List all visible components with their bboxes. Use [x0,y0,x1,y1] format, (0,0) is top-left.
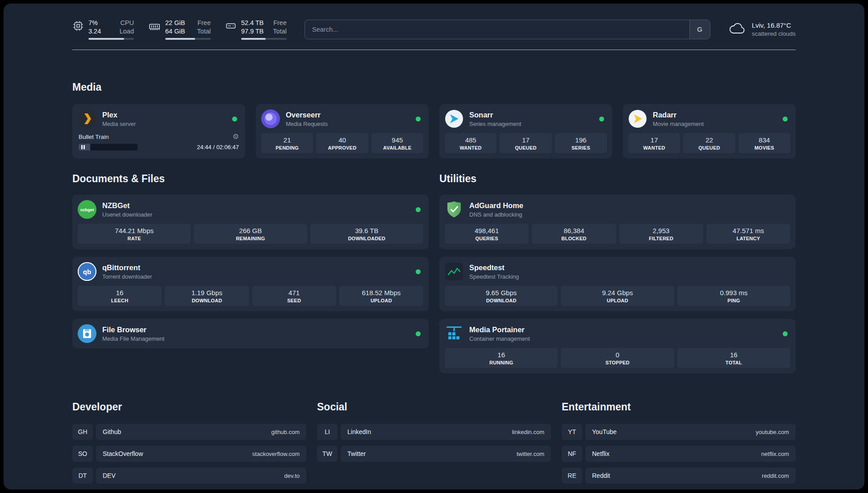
stat-value: 86,384 [534,227,614,234]
service-card-overseerr[interactable]: Overseerr Media Requests 21PENDING 40APP… [256,104,429,159]
bookmark-row-dev[interactable]: DT DEVdev.to [72,468,306,484]
bookmark-row-reddit[interactable]: RE Redditreddit.com [562,468,796,484]
bookmark-abbr: GH [72,424,93,440]
bookmark-row-stackoverflow[interactable]: SO StackOverflowstackoverflow.com [72,446,306,462]
plex-icon [78,109,96,128]
service-card-sonarr[interactable]: Sonarr Series management 485WANTED 17QUE… [439,104,612,159]
service-card-portainer[interactable]: Media Portainer Container management 16R… [439,319,796,373]
service-card-filebrowser[interactable]: File Browser Media File Management [72,319,429,348]
stat-value: 39.6 TB [312,227,421,234]
bookmark-abbr: NF [562,446,582,462]
service-card-qbittorrent[interactable]: qb qBittorrent Torrent downloader 16LEEC… [72,257,429,311]
section-documents: Documents & Files nzbget NZBGet Usenet d… [72,173,429,373]
radarr-icon [628,109,647,128]
weather-widget: Lviv, 16.87°C scattered clouds [728,21,796,37]
stat-download: 1.19 GbpsDOWNLOAD [165,286,249,306]
stat-label: APPROVED [318,145,366,150]
memory-free-label: Free [197,19,211,27]
memory-resource-widget: 22 GiBFree 64 GiBTotal [148,19,211,40]
filebrowser-icon [78,324,96,343]
stat-label: DOWNLOAD [447,298,556,303]
bookmark-url: twitter.com [517,451,544,457]
bookmark-url: netflix.com [761,451,789,457]
service-subtitle: Series management [469,121,593,127]
portainer-icon [445,324,463,343]
stat-label: TOTAL [679,360,789,365]
service-name: Radarr [653,111,777,119]
stat-value: 16 [679,351,789,359]
memory-total-value: 64 GiB [165,27,185,36]
stat-stopped: 0STOPPED [561,348,674,368]
stat-downloaded: 39.6 TBDOWNLOADED [310,224,423,244]
bookmark-url: youtube.com [756,429,789,435]
bookmark-row-linkedin[interactable]: LI LinkedInlinkedin.com [317,424,551,440]
stat-label: QUEUED [501,145,550,150]
bookmark-row-github[interactable]: GH Githubgithub.com [72,424,306,440]
stat-wanted: 485WANTED [445,133,497,153]
bookmark-name: LinkedIn [347,428,371,435]
service-subtitle: Media Requests [286,121,410,127]
service-name: Sonarr [469,111,593,119]
bookmark-group-developer: Developer GH Githubgithub.com SO StackOv… [72,401,306,484]
bookmark-url: reddit.com [762,472,789,479]
disk-free-label: Free [273,19,287,27]
stat-wanted: 17WANTED [628,133,680,153]
stat-movies: 834MOVIES [739,133,790,153]
section-title-utilities: Utilities [439,173,796,185]
status-dot [416,331,421,336]
stat-value: 471 [254,289,334,297]
section-title-documents: Documents & Files [72,173,429,185]
stat-series: 196SERIES [555,133,607,153]
playback-progress-bar[interactable] [79,144,138,150]
bookmark-row-youtube[interactable]: YT YouTubeyoutube.com [562,424,796,440]
stat-value: 498,461 [447,227,527,234]
service-name: qBittorrent [102,263,410,272]
bookmark-name: YouTube [592,428,617,435]
service-subtitle: Media server [102,121,226,127]
stat-value: 834 [740,136,789,144]
stat-label: LATENCY [708,236,789,241]
stat-queued: 22QUEUED [683,133,735,153]
cpu-resource-widget: 7%CPU 3.24Load [72,19,134,40]
stat-label: SERIES [557,145,605,150]
bookmark-name: DEV [103,472,116,479]
stat-value: 0 [563,351,672,359]
memory-total-label: Total [197,27,211,36]
bookmark-name: Netflix [592,450,609,457]
stat-label: WANTED [630,145,678,150]
stat-ping: 0.993 msPING [677,286,790,306]
stat-value: 9.24 Gbps [563,289,672,297]
stat-label: REMAINING [196,236,305,241]
stat-queued: 17QUEUED [500,133,551,153]
service-card-nzbget[interactable]: nzbget NZBGet Usenet downloader 744.21 M… [72,195,429,249]
bookmarks-grid: Developer GH Githubgithub.com SO StackOv… [72,401,796,489]
stat-label: AVAILABLE [373,145,421,150]
service-subtitle: Media File Management [102,335,410,342]
disk-total-label: Total [273,27,287,36]
service-card-adguard[interactable]: AdGuard Home DNS and adblocking 498,461Q… [439,195,796,249]
qbittorrent-icon: qb [78,262,96,281]
media-grid: Plex Media server Bullet Train ⚙ 24:44 /… [72,104,796,159]
stat-download: 9.65 GbpsDOWNLOAD [445,286,558,306]
stat-blocked: 86,384BLOCKED [532,224,616,244]
dashboard-panel: 7%CPU 3.24Load 22 GiBFree 64 GiBTotal [4,4,864,489]
service-card-radarr[interactable]: Radarr Movie management 17WANTED 22QUEUE… [623,104,796,159]
status-dot [599,117,604,121]
status-dot [416,207,421,212]
search-input[interactable] [305,20,689,39]
gear-icon[interactable]: ⚙ [233,133,239,140]
bookmark-url: stackoverflow.com [252,451,300,457]
stat-value: 1.19 Gbps [167,289,247,297]
disk-free-value: 52.4 TB [241,19,264,27]
service-card-plex[interactable]: Plex Media server Bullet Train ⚙ 24:44 /… [72,104,245,159]
stat-pending: 21PENDING [261,133,313,153]
search-provider-button[interactable]: G [689,20,710,39]
bookmark-row-netflix[interactable]: NF Netflixnetflix.com [562,446,796,462]
cpu-progress-bar [88,38,134,40]
status-dot [232,117,237,121]
bookmark-row-twitter[interactable]: TW Twittertwitter.com [317,446,551,462]
service-subtitle: Speedtest Tracking [469,273,790,280]
service-card-speedtest[interactable]: Speedtest Speedtest Tracking 9.65 GbpsDO… [439,257,796,311]
section-title-entertainment: Entertainment [562,401,796,413]
section-title-social: Social [317,401,551,413]
